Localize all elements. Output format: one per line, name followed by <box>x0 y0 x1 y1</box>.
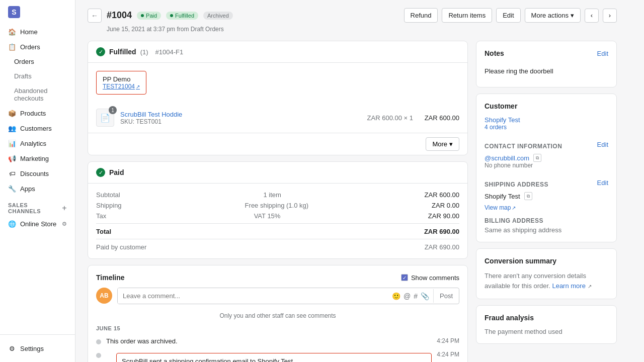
paid-by-row: Paid by customer ZAR 690.00 <box>96 239 459 252</box>
chevron-down-icon-2: ▾ <box>449 140 453 148</box>
sidebar-item-discounts[interactable]: 🏷 Discounts <box>0 166 75 181</box>
refund-button[interactable]: Refund <box>404 8 438 23</box>
paid-by-value: ZAR 690.00 <box>425 243 459 251</box>
sidebar-analytics-label: Analytics <box>20 140 46 147</box>
customer-name[interactable]: Shopify Test <box>485 116 608 124</box>
discounts-icon: 🏷 <box>8 169 16 177</box>
content-layout: ✓ Fulfilled (1) #1004-F1 PP Demo TEST210… <box>88 41 617 362</box>
post-button[interactable]: Post <box>433 289 459 303</box>
sales-channels-section: SALES CHANNELS + <box>0 196 75 216</box>
notes-header: Notes Edit <box>485 49 608 57</box>
payment-title: Paid <box>109 168 124 176</box>
event-1-text: This order was archived. <box>106 337 432 345</box>
tracking-link[interactable]: TEST21004 ↗ <box>103 83 140 90</box>
online-store-settings-icon[interactable]: ⚙ <box>62 221 67 227</box>
emoji-icon[interactable]: 🙂 <box>392 292 400 300</box>
notes-section: Notes Edit Please ring the doorbell <box>476 41 616 87</box>
email-event-text: ScrubBill sent a shipping confirmation e… <box>122 357 426 362</box>
checkbox-check: ✓ <box>403 275 407 281</box>
sidebar-customers-label: Customers <box>20 125 52 132</box>
sidebar-item-settings[interactable]: ⚙ Settings <box>0 341 75 356</box>
sidebar-item-analytics[interactable]: 📊 Analytics <box>0 136 75 151</box>
hashtag-icon[interactable]: # <box>414 292 418 300</box>
fulfilled-count: (1) <box>140 48 148 56</box>
attachment-icon[interactable]: 📎 <box>421 292 429 300</box>
total-value: ZAR 690.00 <box>424 228 459 235</box>
customer-orders[interactable]: 4 orders <box>485 124 608 131</box>
contact-edit-link[interactable]: Edit <box>597 141 608 148</box>
learn-more-icon: ↗ <box>588 284 592 289</box>
notes-edit-link[interactable]: Edit <box>597 50 608 57</box>
home-icon: 🏠 <box>8 28 16 36</box>
sidebar-item-apps[interactable]: 🔧 Apps <box>0 181 75 196</box>
sidebar-item-online-store[interactable]: 🌐 Online Store ⚙ <box>0 216 75 231</box>
customer-card: Customer Shopify Test 4 orders CONTACT I… <box>476 94 617 242</box>
item-sku: SKU: TEST001 <box>120 118 361 125</box>
back-button[interactable]: ← <box>88 9 102 23</box>
timeline-title: Timeline <box>96 274 125 282</box>
payment-header: ✓ Paid <box>88 162 467 184</box>
mention-icon[interactable]: @ <box>404 292 411 300</box>
page-header-left: ← #1004 Paid Fulfilled Archived <box>88 9 233 23</box>
shopify-logo-icon: S <box>8 6 20 18</box>
analytics-icon: 📊 <box>8 139 16 147</box>
badge-paid: Paid <box>137 12 161 20</box>
shipping-row: Shipping Free shipping (1.0 kg) ZAR 0.00 <box>96 200 459 211</box>
subtotal-label: Subtotal <box>96 191 120 199</box>
sidebar-abandoned-label: Abandoned checkouts <box>14 87 67 102</box>
sidebar-navigation: 🏠 Home 📋 Orders Orders Drafts Abandoned … <box>0 24 75 334</box>
timeline-email-section: ScrubBill sent a shipping confirmation e… <box>96 347 459 362</box>
show-comments-toggle[interactable]: ✓ Show comments <box>401 274 459 282</box>
conversion-header: Conversion summary <box>485 257 608 265</box>
sidebar-item-orders-sub[interactable]: Orders <box>0 54 75 69</box>
sidebar-discounts-label: Discounts <box>20 170 49 177</box>
billing-address-label: BILLING ADDRESS <box>485 217 608 224</box>
view-map-link[interactable]: View map ↗ <box>485 204 608 211</box>
more-button[interactable]: More ▾ <box>426 137 459 151</box>
subtotal-value: ZAR 600.00 <box>425 191 459 199</box>
tracking-company: PP Demo <box>103 75 140 83</box>
sidebar-item-drafts[interactable]: Drafts <box>0 69 75 83</box>
sidebar-item-home[interactable]: 🏠 Home <box>0 24 75 39</box>
copy-address-icon[interactable]: ⧉ <box>524 192 532 200</box>
prev-order-button[interactable]: ‹ <box>585 9 599 23</box>
timeline-header: Timeline ✓ Show comments <box>96 274 459 282</box>
item-total: ZAR 600.00 <box>419 114 459 122</box>
paid-by-label: Paid by customer <box>96 243 146 251</box>
order-number: #1004 <box>107 10 132 21</box>
item-qty-badge: 1 <box>109 106 117 114</box>
settings-icon: ⚙ <box>8 344 16 352</box>
shipping-edit-link[interactable]: Edit <box>597 179 608 187</box>
item-image-icon: 📄 <box>100 113 110 123</box>
comment-input[interactable] <box>118 288 388 304</box>
learn-more-link[interactable]: Learn more <box>552 282 585 290</box>
sidebar-item-orders[interactable]: 📋 Orders <box>0 39 75 54</box>
fulfilled-card: ✓ Fulfilled (1) #1004-F1 PP Demo TEST210… <box>88 41 468 155</box>
next-order-button[interactable]: › <box>603 9 617 23</box>
email-event-content: ScrubBill sent a shipping confirmation e… <box>106 351 432 362</box>
customer-title: Customer <box>485 102 517 110</box>
copy-email-icon[interactable]: ⧉ <box>533 154 541 162</box>
content-side: Notes Edit Please ring the doorbell Cust… <box>476 41 617 362</box>
sidebar-item-abandoned[interactable]: Abandoned checkouts <box>0 83 75 106</box>
sidebar-item-products[interactable]: 📦 Products <box>0 106 75 121</box>
edit-button[interactable]: Edit <box>496 8 520 23</box>
more-actions-button[interactable]: More actions ▾ <box>525 8 581 23</box>
show-comments-checkbox[interactable]: ✓ <box>401 274 408 281</box>
item-name[interactable]: ScrubBill Test Hoddie <box>120 111 361 118</box>
page-subtitle: June 15, 2021 at 3:37 pm from Draft Orde… <box>107 26 617 33</box>
sidebar-item-customers[interactable]: 👥 Customers <box>0 121 75 136</box>
shipping-label: Shipping <box>96 202 122 209</box>
contact-email[interactable]: @scrubbill.com <box>485 154 529 162</box>
sidebar-apps-label: Apps <box>20 185 35 193</box>
return-items-button[interactable]: Return items <box>442 8 492 23</box>
timeline-event-2: ScrubBill sent a shipping confirmation e… <box>96 351 459 362</box>
sidebar-drafts-label: Drafts <box>14 72 32 80</box>
external-link-icon: ↗ <box>136 84 140 89</box>
avatar: AB <box>96 288 112 304</box>
sidebar-orders-sub-label: Orders <box>14 58 34 65</box>
sidebar-item-marketing[interactable]: 📢 Marketing <box>0 151 75 166</box>
add-sales-channel-icon[interactable]: + <box>62 204 67 213</box>
fraud-text: The payment method used <box>485 328 608 335</box>
badge-fulfilled: Fulfilled <box>166 12 198 20</box>
